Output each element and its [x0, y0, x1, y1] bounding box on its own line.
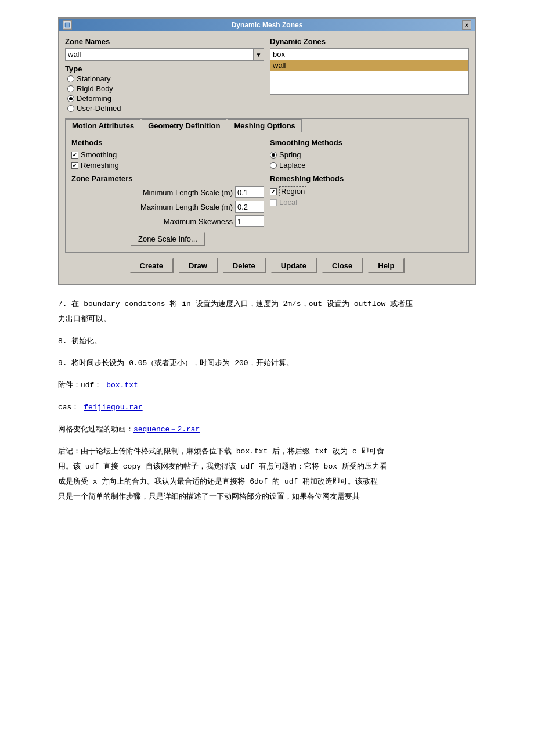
update-button[interactable]: Update — [270, 258, 317, 273]
para8-text: 8. 初始化。 — [58, 337, 102, 345]
zone-params-section: Zone Parameters Minimum Length Scale (m)… — [71, 174, 264, 227]
attachment-cas-prefix: cas： — [58, 403, 84, 412]
zone-names-label: Zone Names — [65, 37, 264, 46]
para9-text: 9. 将时间步长设为 0.05（或者更小），时间步为 200，开始计算。 — [58, 359, 294, 368]
dialog-buttons: Create Draw Delete Update Close Help — [65, 253, 469, 278]
listbox-item-box[interactable]: box — [270, 49, 468, 60]
feijiegou-link[interactable]: feijiegou.rar — [84, 403, 142, 412]
box-txt-link[interactable]: box.txt — [106, 381, 138, 390]
max-skewness-input[interactable] — [235, 215, 264, 227]
dynamic-mesh-dialog: Dynamic Mesh Zones × Zone Names wall ▼ T… — [58, 17, 476, 285]
zone-names-field[interactable]: wall — [65, 48, 254, 61]
tab-meshing-options[interactable]: Meshing Options — [228, 119, 301, 132]
tab-geometry-definition[interactable]: Geometry Definition — [142, 119, 226, 132]
dialog-icon — [63, 20, 72, 30]
attachment-udf-row: 附件：udf： box.txt — [58, 378, 476, 393]
type-stationary-label: Stationary — [77, 74, 111, 83]
attachment-udf-prefix: 附件：udf： — [58, 381, 106, 390]
smoothing-row[interactable]: Smoothing — [71, 150, 264, 159]
type-userdefined-label: User-Defined — [77, 104, 121, 113]
spring-radio[interactable] — [270, 152, 277, 159]
type-label: Type — [65, 64, 264, 73]
zone-params-header: Zone Parameters — [71, 174, 264, 183]
svg-rect-1 — [66, 23, 69, 27]
remeshing-row[interactable]: Remeshing — [71, 161, 264, 170]
max-skewness-row: Maximum Skewness — [71, 215, 264, 227]
postscript-paragraph: 后记：由于论坛上传附件格式的限制，麻烦各位下载 box.txt 后，将后缀 tx… — [58, 444, 476, 505]
region-label: Region — [279, 186, 306, 196]
dynamic-zones-label: Dynamic Zones — [270, 37, 469, 46]
local-label: Local — [279, 198, 297, 207]
create-button[interactable]: Create — [129, 258, 174, 273]
close-dialog-button[interactable]: Close — [322, 258, 363, 273]
zone-names-dropdown-row: wall ▼ — [65, 48, 264, 61]
local-row[interactable]: Local — [270, 198, 463, 207]
help-button[interactable]: Help — [367, 258, 405, 273]
zone-names-arrow[interactable]: ▼ — [254, 48, 264, 61]
top-row: Zone Names wall ▼ Type Stationary — [65, 37, 469, 113]
para7-text: 7. 在 boundary conditons 将 in 设置为速度入口，速度为… — [58, 300, 413, 323]
attachment-cas-row: cas： feijiegou.rar — [58, 400, 476, 415]
type-rigidbody-radio[interactable] — [67, 85, 74, 92]
local-checkbox[interactable] — [270, 199, 277, 206]
remeshing-methods-header: Remeshing Methods — [270, 174, 463, 183]
min-length-label: Minimum Length Scale (m) — [143, 188, 233, 197]
min-length-input[interactable] — [235, 186, 264, 198]
col-left: Methods Smoothing Remeshing Zone Paramet… — [71, 138, 264, 246]
max-length-row: Maximum Length Scale (m) — [71, 201, 264, 213]
remeshing-label: Remeshing — [81, 161, 119, 170]
sequence-link[interactable]: sequence－2.rar — [134, 425, 200, 434]
type-rigidbody-row[interactable]: Rigid Body — [67, 84, 264, 93]
type-rigidbody-label: Rigid Body — [77, 84, 113, 93]
region-row[interactable]: Region — [270, 186, 463, 196]
type-deforming-row[interactable]: Deforming — [67, 94, 264, 103]
attachment-animation-prefix: 网格变化过程的动画： — [58, 425, 134, 434]
smoothing-methods-header: Smoothing Methods — [270, 138, 463, 147]
dialog-titlebar: Dynamic Mesh Zones × — [59, 19, 475, 31]
close-button[interactable]: × — [462, 20, 471, 30]
paragraph-7: 7. 在 boundary conditons 将 in 设置为速度入口，速度为… — [58, 297, 476, 327]
tab-motion-attributes[interactable]: Motion Attributes — [66, 119, 140, 132]
delete-button[interactable]: Delete — [222, 258, 266, 273]
min-length-row: Minimum Length Scale (m) — [71, 186, 264, 198]
listbox-item-wall[interactable]: wall — [270, 60, 468, 71]
spring-row[interactable]: Spring — [270, 150, 463, 159]
zone-scale-button[interactable]: Zone Scale Info... — [130, 232, 205, 246]
attachment-animation-row: 网格变化过程的动画：sequence－2.rar — [58, 422, 476, 437]
meshing-two-col: Methods Smoothing Remeshing Zone Paramet… — [71, 138, 463, 246]
type-userdefined-row[interactable]: User-Defined — [67, 104, 264, 113]
dynamic-zones-panel: Dynamic Zones box wall — [270, 37, 469, 113]
laplace-row[interactable]: Laplace — [270, 161, 463, 170]
remeshing-methods-section: Remeshing Methods Region Local — [270, 174, 463, 207]
max-length-input[interactable] — [235, 201, 264, 213]
type-radio-group: Stationary Rigid Body Deforming Use — [65, 74, 264, 113]
type-deforming-radio[interactable] — [67, 95, 74, 102]
type-stationary-row[interactable]: Stationary — [67, 74, 264, 83]
dialog-body: Zone Names wall ▼ Type Stationary — [59, 31, 475, 284]
region-checkbox[interactable] — [270, 188, 277, 195]
paragraph-8: 8. 初始化。 — [58, 334, 476, 349]
tabs-bar: Motion Attributes Geometry Definition Me… — [66, 119, 468, 132]
dialog-title: Dynamic Mesh Zones — [72, 21, 462, 29]
type-section: Type Stationary Rigid Body Deforming — [65, 64, 264, 113]
tabs-area: Motion Attributes Geometry Definition Me… — [65, 118, 469, 253]
smoothing-checkbox[interactable] — [71, 152, 78, 159]
type-deforming-label: Deforming — [77, 94, 111, 103]
page-text-area: 7. 在 boundary conditons 将 in 设置为速度入口，速度为… — [58, 297, 476, 505]
laplace-label: Laplace — [279, 161, 306, 170]
dynamic-zones-listbox[interactable]: box wall — [270, 48, 469, 95]
max-length-label: Maximum Length Scale (m) — [140, 203, 233, 211]
paragraph-9: 9. 将时间步长设为 0.05（或者更小），时间步为 200，开始计算。 — [58, 356, 476, 371]
postscript-text: 后记：由于论坛上传附件格式的限制，麻烦各位下载 box.txt 后，将后缀 tx… — [58, 447, 387, 501]
max-skewness-label: Maximum Skewness — [164, 217, 233, 226]
laplace-radio[interactable] — [270, 162, 277, 169]
type-stationary-radio[interactable] — [67, 75, 74, 82]
remeshing-checkbox[interactable] — [71, 162, 78, 169]
type-userdefined-radio[interactable] — [67, 105, 74, 112]
zone-names-panel: Zone Names wall ▼ Type Stationary — [65, 37, 264, 113]
draw-button[interactable]: Draw — [178, 258, 218, 273]
tab-content-meshing: Methods Smoothing Remeshing Zone Paramet… — [66, 132, 468, 252]
spring-label: Spring — [279, 150, 301, 159]
col-right: Smoothing Methods Spring Laplace Remeshi… — [270, 138, 463, 246]
smoothing-label: Smoothing — [81, 150, 117, 159]
